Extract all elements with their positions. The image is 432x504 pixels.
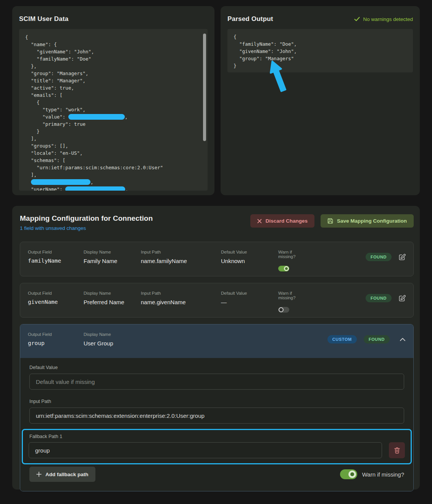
- code-line: "givenName": "John",: [25, 48, 201, 55]
- default-value: —: [221, 299, 278, 305]
- unsaved-changes-note: 1 field with unsaved changes: [20, 225, 153, 231]
- delete-fallback-button[interactable]: [389, 442, 405, 458]
- mapping-title: Mapping Configuration for Connection: [20, 214, 153, 223]
- parsed-panel-title: Parsed Output: [227, 15, 273, 23]
- redacted-value-pill: [31, 179, 90, 185]
- column-label: Warn if missing?: [278, 250, 300, 259]
- group-row-body: Default Value Input Path Fallback Path 1: [20, 358, 413, 491]
- column-label: Default Value: [221, 291, 278, 295]
- group-row-header[interactable]: Output Field group Display Name User Gro…: [20, 324, 413, 358]
- column-label: Default Value: [221, 250, 278, 254]
- column-label: Output Field: [28, 250, 84, 254]
- code-line: },: [25, 63, 201, 70]
- code-line: "familyName": "Doe": [25, 55, 201, 63]
- column-label: Display Name: [84, 332, 141, 337]
- code-line: }: [25, 128, 201, 135]
- display-name-value: Preferred Name: [84, 299, 141, 305]
- code-line: ],: [25, 135, 201, 142]
- add-fallback-path-button[interactable]: Add fallback path: [29, 467, 95, 482]
- code-line: {: [25, 34, 201, 41]
- output-field-value: group: [28, 340, 84, 346]
- app-root: SCIM User Data { "name": { "givenName": …: [0, 0, 432, 504]
- redacted-value-pill: [68, 114, 125, 120]
- save-mapping-button[interactable]: Save Mapping Configuration: [321, 214, 414, 228]
- chevron-up-icon: [400, 338, 406, 341]
- found-badge: FOUND: [366, 253, 392, 261]
- code-line: {: [25, 99, 201, 106]
- custom-badge: CUSTOM: [327, 335, 357, 343]
- column-label: Display Name: [84, 291, 141, 295]
- toggle-knob: [348, 470, 356, 478]
- code-line: "givenName": "John",: [234, 48, 407, 55]
- scim-user-data-panel: SCIM User Data { "name": { "givenName": …: [12, 6, 214, 195]
- scim-panel-title: SCIM User Data: [19, 15, 68, 23]
- warn-toggle[interactable]: [340, 469, 357, 479]
- check-icon: [354, 17, 360, 21]
- output-field-value: givenName: [28, 299, 84, 305]
- code-line: }: [234, 62, 407, 69]
- parsed-output-panel: Parsed Output No warnings detected { "fa…: [221, 6, 420, 195]
- redacted-value-pill: [65, 186, 125, 191]
- code-line: "group": "Managers": [234, 55, 407, 62]
- save-icon: [327, 218, 333, 224]
- code-line: {: [234, 33, 407, 40]
- code-line: "title": "Manager",: [25, 77, 201, 84]
- save-label: Save Mapping Configuration: [337, 218, 407, 224]
- code-line: ],: [25, 171, 201, 178]
- fallback-path-input[interactable]: [29, 442, 382, 458]
- warn-if-missing-label: Warn if missing?: [362, 471, 404, 478]
- input-path-label: Input Path: [29, 399, 404, 404]
- column-label: Input Path: [141, 291, 221, 295]
- fallback-path-highlight-box: Fallback Path 1: [22, 429, 412, 464]
- discard-changes-button[interactable]: Discard Changes: [250, 214, 314, 228]
- found-badge: FOUND: [364, 335, 390, 343]
- close-icon: [257, 219, 262, 223]
- fallback-path-label: Fallback Path 1: [29, 434, 404, 439]
- code-line: "urn:ietf:params:scim:schemas:core:2.0:U…: [25, 164, 201, 171]
- code-line: "groups": [],: [25, 142, 201, 149]
- column-label: Display Name: [84, 250, 141, 254]
- collapse-row-button[interactable]: [400, 338, 406, 341]
- toggle-knob: [284, 266, 289, 271]
- code-line: "value": ,: [25, 113, 201, 120]
- edit-icon: [398, 295, 406, 302]
- column-label: Input Path: [141, 250, 221, 254]
- code-line: "locale": "en-US",: [25, 149, 201, 157]
- default-value: Unknown: [221, 258, 278, 264]
- edit-icon: [398, 254, 406, 261]
- warn-toggle[interactable]: [278, 307, 289, 313]
- output-field-value: familyName: [28, 258, 84, 264]
- toggle-knob: [279, 307, 284, 312]
- code-line: "emails": [: [25, 91, 201, 99]
- code-line: ,: [25, 178, 201, 186]
- trash-icon: [394, 447, 400, 454]
- input-path-input[interactable]: [29, 408, 404, 424]
- column-label: Output Field: [28, 332, 84, 337]
- scim-json-viewer: { "name": { "givenName": "John", "family…: [19, 29, 208, 191]
- code-line: "group": "Managers",: [25, 70, 201, 77]
- add-fallback-label: Add fallback path: [45, 472, 89, 477]
- display-name-value: Family Name: [84, 258, 141, 264]
- code-line: "userName": ,: [25, 186, 201, 191]
- status-text: No warnings detected: [363, 16, 413, 22]
- plus-icon: [36, 472, 42, 477]
- default-value-input[interactable]: [29, 374, 404, 390]
- column-label: Output Field: [28, 291, 84, 295]
- code-line: "primary": true: [25, 120, 201, 128]
- mapping-row-group-expanded: Output Field group Display Name User Gro…: [20, 324, 414, 491]
- display-name-value: User Group: [84, 340, 141, 347]
- found-badge: FOUND: [366, 294, 392, 302]
- code-line: "name": {: [25, 41, 201, 48]
- edit-row-button[interactable]: [398, 295, 406, 302]
- code-line: "familyName": "Doe",: [234, 40, 407, 48]
- default-value-label: Default Value: [29, 365, 404, 370]
- input-path-value: name.givenName: [141, 299, 221, 305]
- status-no-warnings: No warnings detected: [354, 16, 413, 22]
- scrollbar-thumb[interactable]: [203, 34, 206, 141]
- code-line: "schemas": [: [25, 157, 201, 164]
- edit-row-button[interactable]: [398, 254, 406, 261]
- mapping-row-familyName[interactable]: Output Field familyName Display Name Fam…: [20, 242, 414, 276]
- warn-toggle[interactable]: [278, 266, 289, 271]
- parsed-json-viewer: { "familyName": "Doe", "givenName": "Joh…: [227, 29, 413, 72]
- mapping-row-givenName[interactable]: Output Field givenName Display Name Pref…: [20, 283, 414, 318]
